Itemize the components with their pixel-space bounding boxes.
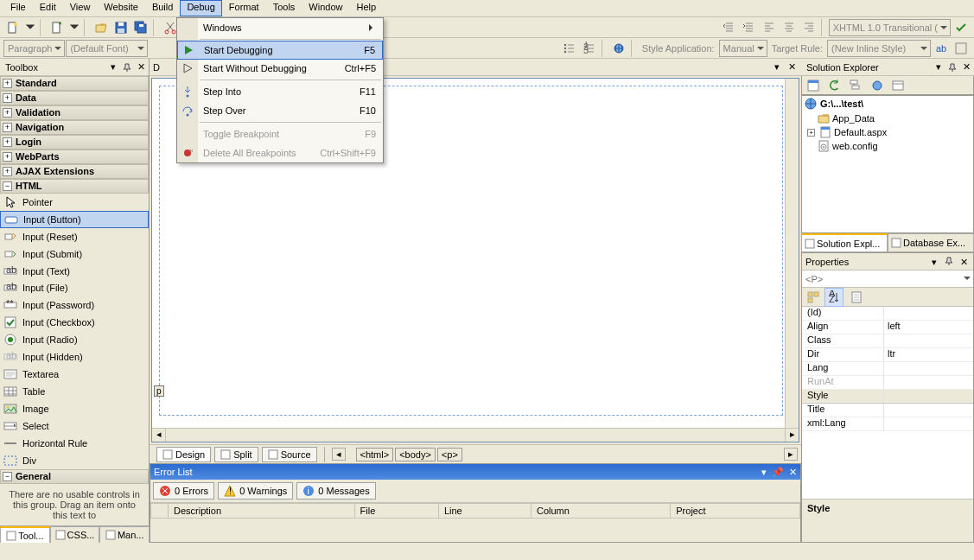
solution-tab-database-ex-[interactable]: Database Ex... <box>888 233 974 252</box>
toolbox-item-input-text-[interactable]: abInput (Text) <box>0 263 149 280</box>
save-button[interactable] <box>111 18 131 37</box>
solution-node-web-config[interactable]: web.config <box>802 139 973 153</box>
toolbox-category-ajax-extensions[interactable]: +AJAX Extensions <box>0 164 149 179</box>
toolbox-options-icon[interactable]: ▾ <box>107 61 119 73</box>
toolbox-item-input-hidden-[interactable]: abInput (Hidden) <box>0 348 149 366</box>
properties-options-icon[interactable]: ▾ <box>928 256 940 268</box>
solution-tree[interactable]: G:\...\test\ App_Data+Default.aspxweb.co… <box>801 95 974 233</box>
expand-icon[interactable]: + <box>3 108 12 118</box>
error-col-column[interactable]: Column <box>532 504 671 519</box>
toolbox-category-validation[interactable]: +Validation <box>0 105 149 120</box>
menu-file[interactable]: File <box>3 0 33 16</box>
toolbox-pin-icon[interactable] <box>121 61 133 73</box>
debug-menu-step-into[interactable]: Step IntoF11 <box>177 82 383 101</box>
collapse-icon[interactable]: − <box>3 181 12 191</box>
error-tab-error[interactable]: 0 Errors <box>153 482 214 500</box>
property-row-align[interactable]: Alignleft <box>802 321 973 334</box>
style-application-dropdown[interactable]: Manual <box>719 40 767 57</box>
solution-root-node[interactable]: G:\...\test\ <box>802 96 973 111</box>
expand-icon[interactable]: + <box>3 93 12 103</box>
menu-build[interactable]: Build <box>145 0 180 16</box>
error-list-close-icon[interactable]: ✕ <box>789 467 797 478</box>
menu-debug[interactable]: Debug <box>180 0 221 16</box>
toolbox-item-div[interactable]: Div <box>0 452 149 469</box>
toolbox-item-table[interactable]: Table <box>0 383 149 400</box>
error-list-pin-icon[interactable]: 📌 <box>772 467 784 478</box>
doc-options-icon[interactable]: ▾ <box>771 61 783 73</box>
design-mode-split[interactable]: Split <box>214 447 258 462</box>
debug-menu-windows[interactable]: Windows <box>177 18 383 37</box>
align-center-button[interactable] <box>780 18 799 37</box>
solution-explorer-pin-icon[interactable] <box>946 61 958 73</box>
expand-icon[interactable]: + <box>3 123 12 132</box>
solution-node-default-aspx[interactable]: +Default.aspx <box>802 125 973 139</box>
expand-icon[interactable]: + <box>3 152 12 162</box>
property-row-xml-lang[interactable]: xml:Lang <box>802 417 973 431</box>
indent-button[interactable] <box>740 18 759 37</box>
properties-selector[interactable]: <P> <box>802 270 973 288</box>
property-row-title[interactable]: Title <box>802 404 973 417</box>
save-all-button[interactable] <box>131 18 150 37</box>
breadcrumb-next-icon[interactable]: ▸ <box>784 448 798 461</box>
debug-menu-start-without-debugging[interactable]: Start Without DebuggingCtrl+F5 <box>177 59 383 78</box>
ol-button[interactable]: 123 <box>580 39 599 58</box>
solution-tab-solution-expl-[interactable]: Solution Expl... <box>801 233 888 252</box>
scroll-right-icon[interactable]: ▸ <box>785 429 799 442</box>
error-col-line[interactable]: Line <box>438 504 531 519</box>
error-list-options-icon[interactable]: ▾ <box>761 467 767 478</box>
breadcrumb-prev-icon[interactable]: ◂ <box>332 448 346 461</box>
toolbox-item-input-checkbox-[interactable]: Input (Checkbox) <box>0 314 149 331</box>
toolbox-close-icon[interactable]: ✕ <box>135 61 147 73</box>
menu-view[interactable]: View <box>63 0 98 16</box>
props-categorized-icon[interactable] <box>804 288 823 307</box>
toolbox-item-horizontal-rule[interactable]: Horizontal Rule <box>0 435 149 452</box>
property-row-runat[interactable]: RunAt <box>802 376 973 390</box>
new-item-button[interactable] <box>3 18 22 37</box>
align-right-button[interactable] <box>799 18 818 37</box>
toolbox-item-input-radio-[interactable]: Input (Radio) <box>0 331 149 348</box>
expand-icon[interactable]: + <box>3 137 12 147</box>
add-item-dropdown[interactable] <box>67 18 81 37</box>
expand-icon[interactable]: + <box>807 129 815 137</box>
sol-btn-properties[interactable] <box>804 76 823 95</box>
property-row-dir[interactable]: Dirltr <box>802 348 973 362</box>
toolbox-item-select[interactable]: Select <box>0 417 149 435</box>
validate-button[interactable] <box>952 18 971 37</box>
solution-explorer-close-icon[interactable]: ✕ <box>960 61 972 73</box>
toolbox-category-login[interactable]: +Login <box>0 135 149 150</box>
align-left-button[interactable] <box>760 18 779 37</box>
toolbox-category-data[interactable]: +Data <box>0 91 149 105</box>
expand-icon[interactable]: + <box>3 167 12 176</box>
property-row-lang[interactable]: Lang <box>802 362 973 376</box>
scroll-left-icon[interactable]: ◂ <box>152 429 166 442</box>
bottom-tab-css[interactable]: CSS... <box>50 526 100 543</box>
menu-help[interactable]: Help <box>349 0 383 16</box>
sol-btn-copy-web[interactable] <box>868 76 887 95</box>
sol-btn-nest[interactable] <box>845 76 864 95</box>
paragraph-dropdown[interactable]: Paragraph <box>3 40 65 57</box>
breadcrumb-item[interactable]: <p> <box>437 448 462 461</box>
outdent-button[interactable] <box>720 18 739 37</box>
menu-tools[interactable]: Tools <box>266 0 302 16</box>
style-button-1[interactable]: ab <box>932 39 951 58</box>
error-tab-warning[interactable]: !0 Warnings <box>218 482 293 500</box>
toolbox-category-standard[interactable]: +Standard <box>0 76 149 91</box>
solution-explorer-options-icon[interactable]: ▾ <box>933 61 945 73</box>
error-col-project[interactable]: Project <box>671 504 800 519</box>
toolbox-category-webparts[interactable]: +WebParts <box>0 150 149 164</box>
toolbox-item-input-password-[interactable]: **Input (Password) <box>0 296 149 314</box>
toolbox-item-input-file-[interactable]: abInput (File) <box>0 280 149 297</box>
toolbox-item-textarea[interactable]: Textarea <box>0 366 149 383</box>
sol-btn-config[interactable] <box>888 76 907 95</box>
add-item-button[interactable] <box>48 18 67 37</box>
menu-window[interactable]: Window <box>302 0 349 16</box>
sol-btn-refresh[interactable] <box>824 76 843 95</box>
toolbox-category-general[interactable]: −General <box>0 469 149 484</box>
ul-button[interactable] <box>560 39 579 58</box>
collapse-icon[interactable]: − <box>3 472 12 481</box>
property-row-class[interactable]: Class <box>802 334 973 348</box>
debug-menu-start-debugging[interactable]: Start DebuggingF5 <box>177 41 383 60</box>
design-mode-design[interactable]: Design <box>156 447 211 462</box>
breadcrumb-item[interactable]: <html> <box>356 448 394 461</box>
solution-node-app-data[interactable]: App_Data <box>802 111 973 125</box>
